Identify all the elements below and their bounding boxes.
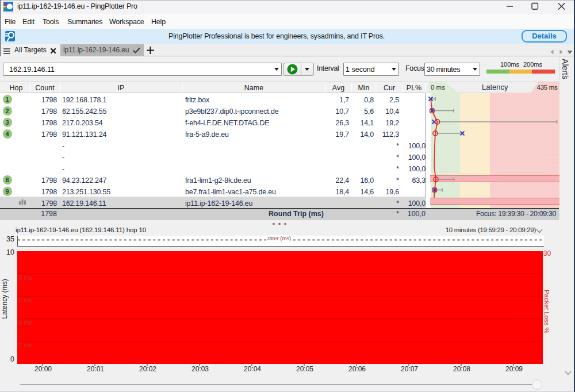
svg-text:2 ms: 2 ms [19,341,32,348]
svg-text:4 ms: 4 ms [19,319,32,326]
svg-text:6 ms: 6 ms [19,297,32,303]
svg-text:8 ms: 8 ms [19,274,32,281]
